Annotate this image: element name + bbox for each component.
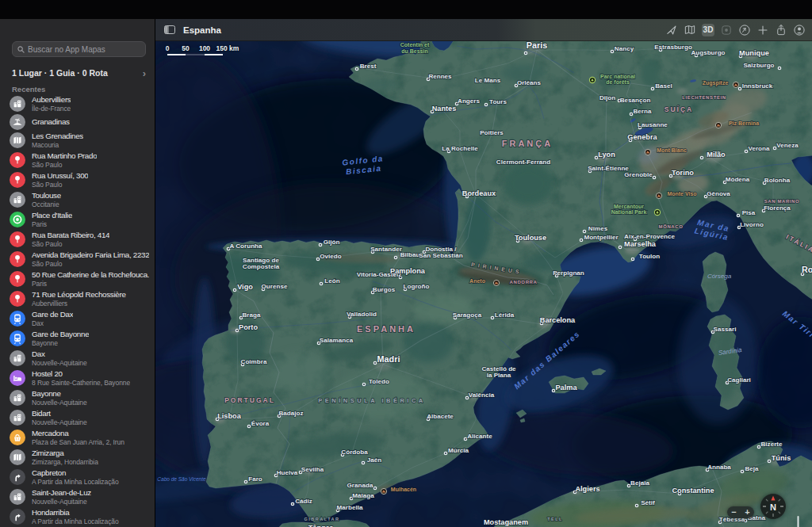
city-dot-center — [636, 505, 638, 506]
list-item[interactable]: Granadinas — [0, 113, 155, 130]
map-scale-bar: 050100150 km — [162, 44, 249, 62]
city-icon — [10, 96, 25, 112]
list-item[interactable]: Toulouse Occitanie — [0, 189, 155, 209]
toolbar-buttons: 3D — [665, 24, 812, 36]
item-subtitle: Nouvelle-Aquitaine — [32, 359, 87, 367]
list-item[interactable]: 71 Rue Léopold Rechossière Aubervilliers — [0, 288, 155, 308]
tilt-slider[interactable] — [795, 496, 802, 527]
chevron-right-icon: › — [143, 67, 146, 79]
share-button[interactable] — [775, 24, 787, 36]
city-dot-center — [492, 317, 493, 319]
item-text: 50 Rue Catherine de la Rochefouca... Par… — [32, 270, 149, 288]
city-dot-center — [739, 88, 741, 90]
list-item[interactable]: 50 Rue Catherine de la Rochefouca... Par… — [0, 269, 155, 288]
item-subtitle: Aubervilliers — [32, 300, 126, 307]
map-label: Le Mans — [475, 77, 501, 84]
item-text: Aubervilliers Île-de-France — [32, 95, 71, 113]
item-title: Place d'Italie — [32, 211, 72, 220]
item-title: Saint-Jean-de-Luz — [32, 488, 91, 498]
city-dot-center — [758, 446, 760, 448]
map-label: Aix-en-Provence — [624, 233, 675, 240]
list-item[interactable]: Rua Martinho Prado São Paulo — [0, 150, 155, 170]
map-label: Paris — [527, 40, 547, 50]
map-label: Sevilha — [301, 466, 324, 473]
item-subtitle: Paris — [32, 220, 72, 228]
locate-button[interactable] — [665, 24, 678, 36]
list-item[interactable]: Bayonne Nouvelle-Aquitaine — [0, 388, 155, 407]
map-label: Brest — [360, 63, 377, 70]
city-dot-center — [737, 215, 739, 216]
map-label: Annaba — [707, 464, 731, 471]
map-label: A Corunha — [229, 242, 262, 250]
map-mode-button[interactable] — [684, 24, 696, 36]
map-label: Zugspitze — [703, 80, 729, 86]
saved-summary-row[interactable]: 1 Lugar · 1 Guia · 0 Rota › — [12, 67, 146, 79]
list-item[interactable]: Dax Nouvelle-Aquitaine — [0, 348, 155, 368]
city-dot-center — [292, 503, 293, 505]
item-title: Bidart — [32, 409, 87, 418]
island-icon — [10, 114, 25, 130]
map-canvas[interactable]: ParisBrestRennesLe MansOrléansNancyEstra… — [155, 19, 812, 527]
list-item[interactable]: Rua Barata Ribeiro, 414 São Paulo — [0, 229, 155, 249]
item-subtitle: Zimizarga, Hondarribia — [32, 458, 98, 466]
item-subtitle: São Paulo — [32, 181, 88, 189]
pin-icon — [10, 291, 25, 307]
list-item[interactable]: Hondarribia A Partir da Minha Localizaçã… — [0, 506, 155, 526]
list-item[interactable]: Zimizarga Zimizarga, Hondarribia — [0, 447, 155, 467]
zoom-in-button[interactable]: + — [741, 506, 754, 518]
list-item[interactable]: Les Grenadines Macouria — [0, 130, 155, 150]
map-label: SAN MARINO — [764, 199, 800, 204]
item-title: Rua Barata Ribeiro, 414 — [32, 231, 109, 240]
item-text: 71 Rue Léopold Rechossière Aubervilliers — [32, 290, 126, 307]
city-dot-center — [774, 147, 776, 149]
map-label: Roma — [802, 265, 812, 274]
map-park-icon — [654, 209, 660, 215]
city-dot-center — [395, 257, 396, 258]
city-dot-center — [465, 438, 466, 440]
city-dot-center — [236, 330, 238, 331]
list-item[interactable]: Rua Urussuí, 300 São Paulo — [0, 170, 155, 189]
city-icon — [10, 350, 25, 366]
3d-button[interactable]: 3D — [702, 24, 714, 36]
map-label: Logroño — [404, 283, 430, 290]
look-around-button[interactable] — [720, 24, 733, 36]
city-dot-center — [245, 481, 247, 483]
zoom-control[interactable]: − + — [727, 506, 754, 518]
search-input[interactable]: Buscar no App Mapas — [12, 41, 146, 57]
map-label: Lisboa — [217, 412, 241, 420]
item-title: Hondarribia — [32, 508, 119, 517]
list-item[interactable]: Bidart Nouvelle-Aquitaine — [0, 407, 155, 427]
map-label: Vigo — [237, 283, 253, 291]
list-item[interactable]: Capbreton A Partir da Minha Localização — [0, 467, 155, 487]
list-item[interactable]: Aubervilliers Île-de-France — [0, 94, 155, 113]
city-dot-center — [317, 258, 319, 260]
list-item[interactable]: Avenida Brigadeiro Faria Lima, 2232 São … — [0, 249, 155, 269]
zoom-out-button[interactable]: − — [727, 506, 741, 518]
add-button[interactable] — [756, 24, 769, 36]
item-subtitle: Nouvelle-Aquitaine — [32, 418, 87, 426]
item-subtitle: São Paulo — [32, 240, 109, 248]
list-item[interactable]: Mercadona Plaza de San Juan Arria, 2, Ir… — [0, 427, 155, 447]
tilt-slider-graphic — [795, 496, 802, 527]
compass-control[interactable]: N — [760, 494, 786, 519]
account-button[interactable] — [793, 24, 806, 36]
item-text: Bayonne Nouvelle-Aquitaine — [32, 389, 87, 407]
map-label: Santiago deCompostela — [243, 257, 280, 270]
city-dot-center — [701, 157, 703, 158]
item-title: Dax — [32, 349, 87, 359]
scale-tick: 0 — [166, 44, 170, 52]
map-label: Livorno — [740, 221, 764, 228]
list-item[interactable]: Place d'Italie Paris — [0, 209, 155, 229]
list-item[interactable]: Gare de Dax Dax — [0, 308, 155, 328]
sidebar-toggle-icon[interactable] — [164, 25, 175, 34]
list-item[interactable]: Gare de Bayonne Bayonne — [0, 328, 155, 348]
directions-button[interactable] — [738, 24, 751, 36]
search-icon — [17, 46, 25, 53]
map-label: Santander — [370, 246, 402, 253]
map-label: Constantine — [672, 487, 714, 495]
map-label: Innsbruck — [742, 82, 773, 90]
item-text: Toulouse Occitanie — [32, 191, 61, 208]
map-label: Córdoba — [341, 449, 368, 456]
list-item[interactable]: Saint-Jean-de-Luz Nouvelle-Aquitaine — [0, 487, 155, 506]
list-item[interactable]: Hostel 20 8 Rue Sainte-Catherine, Bayonn… — [0, 368, 155, 388]
